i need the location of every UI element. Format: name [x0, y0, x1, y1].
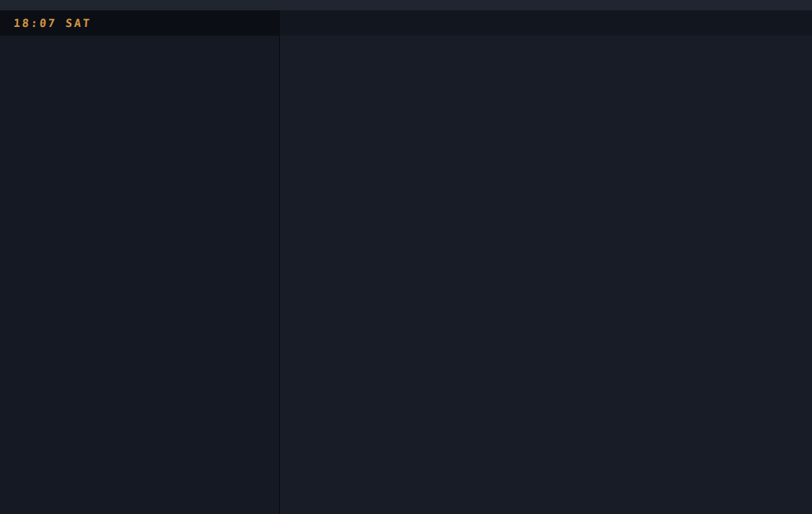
clock-text: 18:07 SAT	[13, 17, 92, 29]
editor-pane[interactable]	[280, 36, 812, 514]
gutter	[280, 42, 310, 514]
main-content	[0, 36, 812, 514]
clock-time: 18:07	[13, 17, 57, 29]
top-strip: 18:07 SAT	[0, 10, 812, 36]
clock-day: SAT	[65, 17, 92, 29]
tab-bar	[280, 10, 812, 36]
file-tree-sidebar[interactable]	[0, 36, 280, 514]
code-area[interactable]	[310, 42, 320, 514]
clock-panel: 18:07 SAT	[0, 10, 280, 36]
menu-bar	[0, 0, 812, 10]
